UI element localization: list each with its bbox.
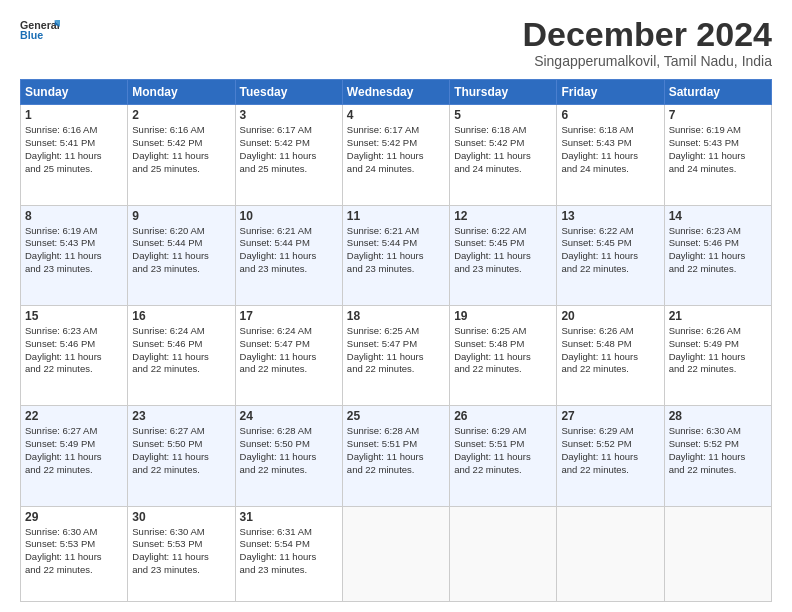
calendar-cell: 6Sunrise: 6:18 AM Sunset: 5:43 PM Daylig… <box>557 105 664 205</box>
cell-content: Sunrise: 6:18 AM Sunset: 5:42 PM Dayligh… <box>454 124 552 175</box>
calendar-cell: 18Sunrise: 6:25 AM Sunset: 5:47 PM Dayli… <box>342 305 449 405</box>
day-number: 10 <box>240 209 338 223</box>
svg-text:Blue: Blue <box>20 29 43 41</box>
calendar-cell: 17Sunrise: 6:24 AM Sunset: 5:47 PM Dayli… <box>235 305 342 405</box>
calendar-week-row: 15Sunrise: 6:23 AM Sunset: 5:46 PM Dayli… <box>21 305 772 405</box>
calendar-week-row: 8Sunrise: 6:19 AM Sunset: 5:43 PM Daylig… <box>21 205 772 305</box>
weekday-header-thursday: Thursday <box>450 80 557 105</box>
cell-content: Sunrise: 6:18 AM Sunset: 5:43 PM Dayligh… <box>561 124 659 175</box>
calendar-cell: 28Sunrise: 6:30 AM Sunset: 5:52 PM Dayli… <box>664 406 771 506</box>
calendar-cell: 11Sunrise: 6:21 AM Sunset: 5:44 PM Dayli… <box>342 205 449 305</box>
title-section: December 2024 Singapperumalkovil, Tamil … <box>522 16 772 69</box>
calendar-cell <box>557 506 664 601</box>
day-number: 15 <box>25 309 123 323</box>
cell-content: Sunrise: 6:21 AM Sunset: 5:44 PM Dayligh… <box>240 225 338 276</box>
cell-content: Sunrise: 6:22 AM Sunset: 5:45 PM Dayligh… <box>561 225 659 276</box>
cell-content: Sunrise: 6:17 AM Sunset: 5:42 PM Dayligh… <box>347 124 445 175</box>
weekday-header-wednesday: Wednesday <box>342 80 449 105</box>
cell-content: Sunrise: 6:21 AM Sunset: 5:44 PM Dayligh… <box>347 225 445 276</box>
cell-content: Sunrise: 6:24 AM Sunset: 5:47 PM Dayligh… <box>240 325 338 376</box>
cell-content: Sunrise: 6:30 AM Sunset: 5:53 PM Dayligh… <box>132 526 230 577</box>
calendar-week-row: 29Sunrise: 6:30 AM Sunset: 5:53 PM Dayli… <box>21 506 772 601</box>
day-number: 27 <box>561 409 659 423</box>
calendar-cell: 3Sunrise: 6:17 AM Sunset: 5:42 PM Daylig… <box>235 105 342 205</box>
cell-content: Sunrise: 6:25 AM Sunset: 5:48 PM Dayligh… <box>454 325 552 376</box>
day-number: 17 <box>240 309 338 323</box>
cell-content: Sunrise: 6:19 AM Sunset: 5:43 PM Dayligh… <box>25 225 123 276</box>
calendar-cell: 9Sunrise: 6:20 AM Sunset: 5:44 PM Daylig… <box>128 205 235 305</box>
header: General Blue December 2024 Singapperumal… <box>20 16 772 69</box>
day-number: 5 <box>454 108 552 122</box>
logo-icon: General Blue <box>20 16 60 44</box>
calendar-cell: 31Sunrise: 6:31 AM Sunset: 5:54 PM Dayli… <box>235 506 342 601</box>
weekday-header-monday: Monday <box>128 80 235 105</box>
cell-content: Sunrise: 6:27 AM Sunset: 5:49 PM Dayligh… <box>25 425 123 476</box>
day-number: 11 <box>347 209 445 223</box>
calendar-week-row: 1Sunrise: 6:16 AM Sunset: 5:41 PM Daylig… <box>21 105 772 205</box>
calendar-cell: 19Sunrise: 6:25 AM Sunset: 5:48 PM Dayli… <box>450 305 557 405</box>
day-number: 18 <box>347 309 445 323</box>
weekday-header-sunday: Sunday <box>21 80 128 105</box>
weekday-header-friday: Friday <box>557 80 664 105</box>
calendar-cell: 15Sunrise: 6:23 AM Sunset: 5:46 PM Dayli… <box>21 305 128 405</box>
cell-content: Sunrise: 6:23 AM Sunset: 5:46 PM Dayligh… <box>25 325 123 376</box>
day-number: 24 <box>240 409 338 423</box>
day-number: 14 <box>669 209 767 223</box>
calendar-cell: 2Sunrise: 6:16 AM Sunset: 5:42 PM Daylig… <box>128 105 235 205</box>
weekday-header-tuesday: Tuesday <box>235 80 342 105</box>
calendar-cell <box>664 506 771 601</box>
cell-content: Sunrise: 6:17 AM Sunset: 5:42 PM Dayligh… <box>240 124 338 175</box>
calendar-cell: 13Sunrise: 6:22 AM Sunset: 5:45 PM Dayli… <box>557 205 664 305</box>
day-number: 13 <box>561 209 659 223</box>
day-number: 8 <box>25 209 123 223</box>
calendar-cell: 4Sunrise: 6:17 AM Sunset: 5:42 PM Daylig… <box>342 105 449 205</box>
day-number: 26 <box>454 409 552 423</box>
calendar-cell: 14Sunrise: 6:23 AM Sunset: 5:46 PM Dayli… <box>664 205 771 305</box>
day-number: 30 <box>132 510 230 524</box>
location-subtitle: Singapperumalkovil, Tamil Nadu, India <box>522 53 772 69</box>
month-title: December 2024 <box>522 16 772 53</box>
cell-content: Sunrise: 6:29 AM Sunset: 5:52 PM Dayligh… <box>561 425 659 476</box>
day-number: 20 <box>561 309 659 323</box>
weekday-header-saturday: Saturday <box>664 80 771 105</box>
page: General Blue December 2024 Singapperumal… <box>0 0 792 612</box>
day-number: 23 <box>132 409 230 423</box>
calendar-cell: 23Sunrise: 6:27 AM Sunset: 5:50 PM Dayli… <box>128 406 235 506</box>
cell-content: Sunrise: 6:29 AM Sunset: 5:51 PM Dayligh… <box>454 425 552 476</box>
day-number: 28 <box>669 409 767 423</box>
cell-content: Sunrise: 6:26 AM Sunset: 5:49 PM Dayligh… <box>669 325 767 376</box>
calendar-cell: 30Sunrise: 6:30 AM Sunset: 5:53 PM Dayli… <box>128 506 235 601</box>
day-number: 12 <box>454 209 552 223</box>
cell-content: Sunrise: 6:31 AM Sunset: 5:54 PM Dayligh… <box>240 526 338 577</box>
calendar-week-row: 22Sunrise: 6:27 AM Sunset: 5:49 PM Dayli… <box>21 406 772 506</box>
calendar-cell: 12Sunrise: 6:22 AM Sunset: 5:45 PM Dayli… <box>450 205 557 305</box>
day-number: 4 <box>347 108 445 122</box>
cell-content: Sunrise: 6:28 AM Sunset: 5:51 PM Dayligh… <box>347 425 445 476</box>
cell-content: Sunrise: 6:20 AM Sunset: 5:44 PM Dayligh… <box>132 225 230 276</box>
day-number: 16 <box>132 309 230 323</box>
calendar-cell <box>450 506 557 601</box>
cell-content: Sunrise: 6:30 AM Sunset: 5:53 PM Dayligh… <box>25 526 123 577</box>
day-number: 22 <box>25 409 123 423</box>
day-number: 31 <box>240 510 338 524</box>
calendar-cell: 1Sunrise: 6:16 AM Sunset: 5:41 PM Daylig… <box>21 105 128 205</box>
cell-content: Sunrise: 6:25 AM Sunset: 5:47 PM Dayligh… <box>347 325 445 376</box>
calendar-cell: 27Sunrise: 6:29 AM Sunset: 5:52 PM Dayli… <box>557 406 664 506</box>
day-number: 2 <box>132 108 230 122</box>
day-number: 25 <box>347 409 445 423</box>
logo: General Blue <box>20 16 60 46</box>
calendar-cell: 26Sunrise: 6:29 AM Sunset: 5:51 PM Dayli… <box>450 406 557 506</box>
calendar-cell: 7Sunrise: 6:19 AM Sunset: 5:43 PM Daylig… <box>664 105 771 205</box>
cell-content: Sunrise: 6:16 AM Sunset: 5:41 PM Dayligh… <box>25 124 123 175</box>
cell-content: Sunrise: 6:24 AM Sunset: 5:46 PM Dayligh… <box>132 325 230 376</box>
day-number: 1 <box>25 108 123 122</box>
calendar-table: SundayMondayTuesdayWednesdayThursdayFrid… <box>20 79 772 602</box>
calendar-cell: 10Sunrise: 6:21 AM Sunset: 5:44 PM Dayli… <box>235 205 342 305</box>
day-number: 29 <box>25 510 123 524</box>
cell-content: Sunrise: 6:28 AM Sunset: 5:50 PM Dayligh… <box>240 425 338 476</box>
day-number: 19 <box>454 309 552 323</box>
day-number: 21 <box>669 309 767 323</box>
calendar-header-row: SundayMondayTuesdayWednesdayThursdayFrid… <box>21 80 772 105</box>
cell-content: Sunrise: 6:27 AM Sunset: 5:50 PM Dayligh… <box>132 425 230 476</box>
cell-content: Sunrise: 6:23 AM Sunset: 5:46 PM Dayligh… <box>669 225 767 276</box>
